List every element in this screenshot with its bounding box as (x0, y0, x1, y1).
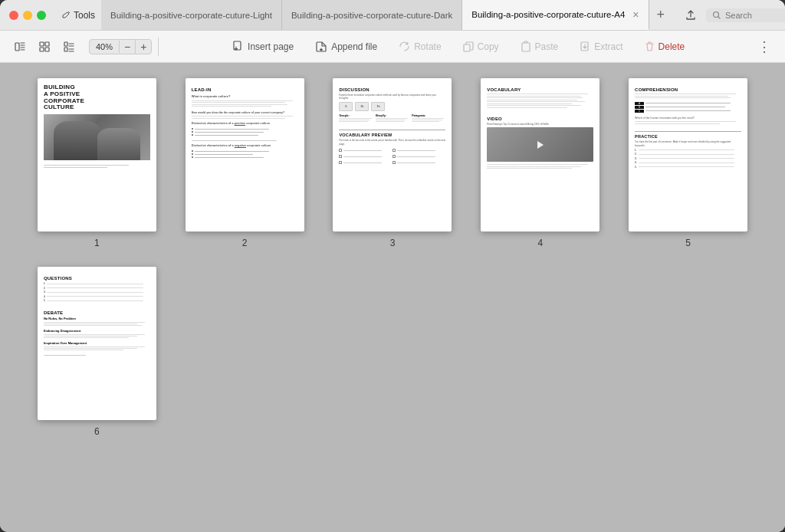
tab-a4[interactable]: Building-a-positive-corporate-cuture-A4 … (462, 0, 649, 30)
delete-icon-svg (645, 41, 655, 52)
page5-section: COMPREHENSION (635, 87, 741, 92)
append-file-button[interactable]: Append file (310, 38, 382, 56)
delete-icon (645, 41, 655, 52)
tools-label: Tools (74, 10, 95, 21)
paste-icon (521, 41, 531, 52)
page5-number: 5 (685, 238, 691, 248)
page6-number: 6 (94, 426, 100, 437)
insert-page-label: Insert page (248, 41, 294, 52)
zoom-in-button[interactable]: + (135, 40, 151, 54)
page-item-2[interactable]: LEAD-IN What is corporate culture? How w… (180, 78, 310, 248)
rotate-icon (399, 41, 410, 52)
copy-label: Copy (478, 41, 499, 52)
empty-col-4 (475, 267, 605, 437)
page4-video: VIDEO (487, 117, 593, 121)
page1-image (44, 114, 150, 160)
paste-label: Paste (535, 41, 559, 52)
paste-icon-svg (521, 41, 531, 52)
page-thumbnail-3: DISCUSSION Explore these innovative corp… (333, 78, 452, 232)
pages-grid-row2: QUESTIONS 1. 2. 3. 4. 5. DEBATE No Rules… (32, 267, 753, 437)
extract-label: Extract (594, 41, 622, 52)
empty-col-3 (328, 267, 458, 437)
append-file-label: Append file (331, 41, 377, 52)
toolbar-more-button[interactable]: ⋮ (753, 38, 776, 55)
tab-light-label: Building-a-positive-corporate-cuture-Lig… (110, 11, 272, 20)
paste-button[interactable]: Paste (516, 38, 563, 55)
sidebar-icon (14, 41, 26, 53)
rotate-icon-svg (399, 41, 410, 52)
search-icon (712, 11, 721, 20)
delete-button[interactable]: Delete (640, 38, 690, 55)
toolbar: 40% − + Insert page (0, 31, 785, 63)
page-item-1[interactable]: BUILDINGA POSITIVECORPORATECULTURE 1 (32, 78, 162, 248)
main-content: BUILDINGA POSITIVECORPORATECULTURE 1 (0, 63, 785, 532)
window-actions (672, 5, 785, 26)
page3-section: DISCUSSION (339, 87, 445, 92)
tab-light[interactable]: Building-a-positive-corporate-cuture-Lig… (101, 0, 282, 30)
insert-icon (233, 41, 244, 53)
tabs-container: Building-a-positive-corporate-cuture-Lig… (101, 0, 672, 30)
search-box[interactable] (706, 8, 785, 22)
page6-debate: DEBATE (44, 310, 150, 315)
page1-number: 1 (94, 238, 100, 248)
zoom-label: 40% (90, 41, 120, 53)
copy-icon (463, 41, 474, 52)
copy-button[interactable]: Copy (458, 38, 504, 55)
share-button[interactable] (680, 5, 701, 26)
rotate-label: Rotate (414, 41, 441, 52)
svg-rect-17 (464, 44, 470, 51)
page-thumbnail-1: BUILDINGA POSITIVECORPORATECULTURE (38, 78, 156, 232)
page4-number: 4 (537, 238, 543, 248)
page-item-5[interactable]: COMPREHENSION A B C Which of the human r… (623, 78, 753, 248)
tab-dark[interactable]: Building-a-positive-corporate-cuture-Dar… (282, 0, 462, 30)
page2-number: 2 (242, 238, 248, 248)
new-tab-button[interactable]: + (649, 0, 673, 30)
sidebar-toggle[interactable] (9, 36, 31, 57)
page-item-6[interactable]: QUESTIONS 1. 2. 3. 4. 5. DEBATE No Rules… (32, 267, 162, 437)
title-bar: Tools Building-a-positive-corporate-cutu… (0, 0, 785, 31)
svg-rect-1 (15, 43, 19, 51)
toolbar-separator (158, 38, 159, 56)
traffic-lights (0, 11, 55, 20)
maximize-button[interactable] (37, 11, 46, 20)
page1-title: BUILDINGA POSITIVECORPORATECULTURE (44, 84, 150, 111)
page-item-4[interactable]: VOCABULARY VIDEO Reed Hasting's Top 5 Le… (475, 78, 605, 248)
page3-vocab: VOCABULARY PREVIEW (339, 130, 445, 137)
page2-section: LEAD-IN (192, 87, 298, 92)
copy-icon-svg (463, 41, 474, 52)
grid-view-btn[interactable] (34, 36, 55, 57)
page-thumbnail-4: VOCABULARY VIDEO Reed Hasting's Top 5 Le… (481, 78, 599, 232)
app-window: Tools Building-a-positive-corporate-cutu… (0, 0, 785, 532)
list-view-btn[interactable] (58, 36, 80, 57)
page4-section: VOCABULARY (487, 87, 593, 92)
svg-rect-10 (64, 42, 67, 46)
search-input[interactable] (725, 11, 785, 20)
svg-rect-7 (45, 42, 49, 46)
append-icon (315, 41, 327, 53)
page-item-3[interactable]: DISCUSSION Explore these innovative corp… (328, 78, 458, 248)
zoom-control: 40% − + (89, 39, 152, 54)
empty-col-2 (180, 267, 310, 437)
svg-rect-11 (64, 48, 67, 51)
tab-dark-label: Building-a-positive-corporate-cuture-Dar… (291, 11, 452, 20)
minimize-button[interactable] (23, 11, 32, 20)
page-thumbnail-5: COMPREHENSION A B C Which of the human r… (629, 78, 747, 232)
close-button[interactable] (9, 11, 18, 20)
svg-rect-8 (40, 48, 44, 51)
svg-rect-6 (40, 42, 44, 46)
zoom-out-button[interactable]: − (120, 40, 135, 54)
rotate-button[interactable]: Rotate (394, 38, 445, 55)
page-thumbnail-2: LEAD-IN What is corporate culture? How w… (186, 78, 304, 232)
pages-grid-row1: BUILDINGA POSITIVECORPORATECULTURE 1 (32, 78, 753, 248)
page3-number: 3 (390, 238, 396, 248)
insert-page-button[interactable]: Insert page (228, 38, 298, 56)
tab-a4-close[interactable]: × (632, 9, 639, 20)
tab-a4-label: Building-a-positive-corporate-cuture-A4 (471, 10, 625, 19)
grid-icon (38, 41, 51, 53)
tools-menu[interactable]: Tools (55, 10, 101, 21)
list-icon (63, 41, 75, 53)
extract-button[interactable]: Extract (575, 38, 627, 55)
extract-icon-svg (580, 41, 590, 52)
extract-icon (580, 41, 590, 52)
insert-page-icon (233, 41, 244, 53)
